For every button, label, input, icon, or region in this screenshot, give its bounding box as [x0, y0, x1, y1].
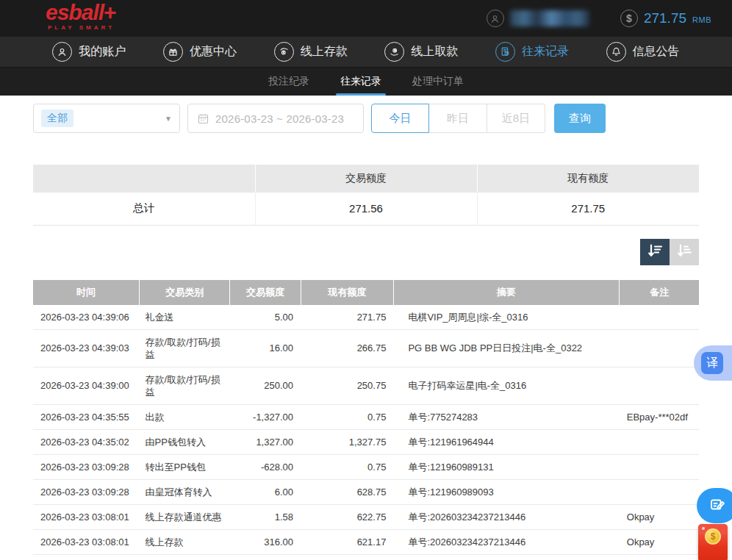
- cell-summary: 单号:202603234237213446: [393, 504, 619, 529]
- page: esball+ PLAY SMART $ 271.75 RMB 我的账户: [0, 0, 732, 560]
- cell-balance: 271.75: [301, 305, 393, 330]
- cell-trade-amount: -1,327.00: [230, 404, 301, 429]
- cell-note: [620, 429, 699, 454]
- gold-coin-icon: $: [705, 528, 721, 545]
- cell-type: 由皇冠体育转入: [140, 479, 230, 504]
- nav-label: 信息公告: [633, 44, 680, 60]
- cell-trade-amount: 250.00: [230, 367, 301, 404]
- cell-time: 2026-03-23 03:08:01: [33, 529, 140, 554]
- cell-type: 出款: [140, 404, 230, 429]
- cell-summary: 单号:202603234237213446: [393, 529, 619, 554]
- nav-item-online-withdraw[interactable]: 线上取款: [384, 42, 458, 62]
- table-row: 2026-03-23 04:35:55 出款 -1,327.00 0.75 单号…: [33, 404, 699, 429]
- cell-trade-amount: -628.00: [230, 454, 301, 479]
- col-header-type: 交易类别: [140, 280, 230, 305]
- summary-balance: 271.75: [477, 193, 699, 225]
- tab-pending-orders[interactable]: 处理中订单: [402, 68, 474, 96]
- nav-label: 我的账户: [79, 44, 126, 60]
- nav-item-my-account[interactable]: 我的账户: [52, 42, 126, 62]
- translate-widget[interactable]: 译: [694, 345, 732, 381]
- username-blurred: [510, 10, 589, 26]
- cell-balance: 250.75: [301, 367, 393, 404]
- summary-trade-amount: 271.56: [255, 193, 477, 225]
- tab-transaction-records[interactable]: 往来记录: [330, 68, 392, 96]
- col-header-balance: 现有额度: [301, 280, 393, 305]
- yesterday-button[interactable]: 昨日: [429, 104, 487, 133]
- table-row: 2026-03-23 04:35:02 由PP钱包转入 1,327.00 1,3…: [33, 429, 699, 454]
- sort-descending-button[interactable]: [640, 239, 670, 265]
- cell-time: 2026-03-23 04:39:06: [33, 305, 140, 330]
- sort-controls: [33, 239, 699, 265]
- sort-descending-icon: [646, 242, 664, 262]
- feedback-edit-button[interactable]: [697, 488, 732, 523]
- avatar-icon: [487, 10, 504, 27]
- cell-summary: 电子打码幸运星|电-全_0316: [393, 367, 619, 404]
- tab-bet-records[interactable]: 投注纪录: [258, 68, 320, 96]
- cell-summary: 单号:121960989093: [393, 479, 619, 504]
- summary-header-blank: [33, 165, 255, 193]
- wallet-balance[interactable]: $ 271.75 RMB: [620, 10, 711, 27]
- table-row: 2026-03-23 03:09:28 由皇冠体育转入 6.00 628.75 …: [33, 479, 699, 504]
- table-row: 2026-03-23 04:39:00 存款/取款/打码/损益 250.00 2…: [33, 367, 699, 404]
- type-select-value: 全部: [41, 110, 73, 127]
- col-header-summary: 摘要: [393, 280, 619, 305]
- chevron-down-icon: ▼: [165, 115, 172, 123]
- cell-trade-amount: 16.00: [230, 329, 301, 367]
- nav-item-online-deposit[interactable]: 线上存款: [274, 42, 348, 62]
- search-button[interactable]: 查询: [554, 104, 606, 133]
- user-account[interactable]: [487, 10, 589, 27]
- cell-time: 2026-03-23 04:39:03: [33, 329, 140, 367]
- table-row: 2026-03-23 04:39:06 礼金送 5.00 271.75 电棋VI…: [33, 305, 699, 330]
- cell-time: 2026-03-23 04:35:02: [33, 429, 140, 454]
- type-select[interactable]: 全部 ▼: [33, 104, 180, 133]
- cell-note: Okpay: [620, 529, 699, 554]
- cell-summary: 单号:121961964944: [393, 429, 619, 454]
- nav-item-announcements[interactable]: 信息公告: [606, 42, 680, 62]
- cell-time: 2026-03-23 04:35:55: [33, 404, 140, 429]
- last8days-button[interactable]: 近8日: [487, 104, 545, 133]
- user-icon: [52, 42, 72, 62]
- envelope-sparkle: [702, 527, 705, 530]
- today-button[interactable]: 今日: [371, 104, 429, 133]
- dollar-coin-icon: $: [620, 10, 638, 27]
- cell-time: 2026-03-23 04:39:00: [33, 367, 140, 404]
- sort-ascending-button[interactable]: [670, 239, 699, 265]
- nav-item-promotions[interactable]: 优惠中心: [163, 42, 237, 62]
- cell-balance: 622.75: [301, 504, 393, 529]
- cell-balance: 621.17: [301, 529, 393, 554]
- cell-summary: 单号:775274283: [393, 404, 619, 429]
- red-envelope-button[interactable]: $: [698, 524, 728, 560]
- filter-bar: 全部 ▼ 2026-03-23 ~ 2026-03-23 今日 昨日 近8日 查…: [33, 104, 699, 133]
- quick-date-group: 今日 昨日 近8日: [371, 104, 545, 133]
- translate-icon: 译: [701, 352, 723, 374]
- balance-amount: 271.75: [644, 10, 686, 26]
- cell-type: 线上存款: [140, 529, 230, 554]
- cell-summary: 电棋VIP_周周息|综-全_0316: [393, 305, 619, 330]
- cell-note: EBpay-***02df: [620, 404, 699, 429]
- table-row: 2026-03-23 03:08:01 线上存款 316.00 621.17 单…: [33, 529, 699, 554]
- cell-type: 转出至PP钱包: [140, 454, 230, 479]
- nav-label: 往来记录: [522, 44, 569, 60]
- calendar-icon: [197, 112, 209, 125]
- cell-trade-amount: 1.58: [230, 504, 301, 529]
- nav-item-transaction-records[interactable]: 往来记录: [495, 42, 569, 62]
- brand-logo[interactable]: esball+ PLAY SMART: [46, 1, 116, 31]
- nav-label: 线上存款: [301, 44, 348, 60]
- transactions-table: 时间 交易类别 交易额度 现有额度 摘要 备注 2026-03-23 04:39…: [33, 280, 699, 555]
- cell-balance: 0.75: [301, 454, 393, 479]
- brand-tagline: PLAY SMART: [46, 25, 116, 31]
- table-row: 2026-03-23 03:09:28 转出至PP钱包 -628.00 0.75…: [33, 454, 699, 479]
- main-nav: 我的账户 优惠中心 线上存款 线上取款 往来记录: [0, 37, 732, 68]
- balance-currency: RMB: [692, 15, 711, 24]
- cell-type: 存款/取款/打码/损益: [140, 367, 230, 404]
- cell-trade-amount: 6.00: [230, 479, 301, 504]
- col-header-trade-amount: 交易额度: [230, 280, 301, 305]
- bell-icon: [606, 42, 626, 62]
- deposit-icon: [274, 42, 294, 62]
- cell-trade-amount: 1,327.00: [230, 429, 301, 454]
- cell-time: 2026-03-23 03:09:28: [33, 479, 140, 504]
- date-range-input[interactable]: 2026-03-23 ~ 2026-03-23: [187, 104, 364, 133]
- withdraw-icon: [384, 42, 404, 62]
- nav-label: 优惠中心: [190, 44, 237, 60]
- cell-type: 礼金送: [140, 305, 230, 330]
